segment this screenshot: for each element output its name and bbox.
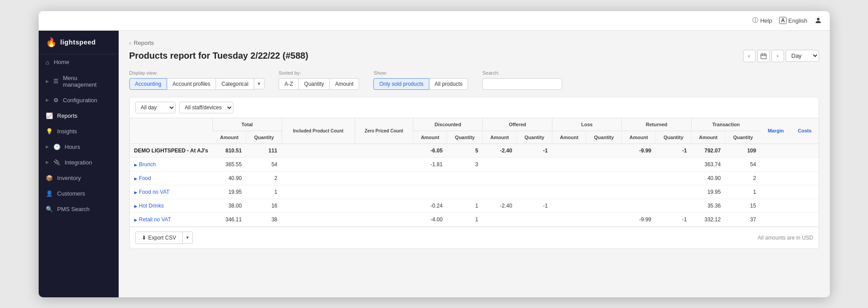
table-toolbar: All day Morning Afternoon Evening All st… (130, 97, 819, 118)
export-csv-button[interactable]: ⬇ Export CSV (135, 232, 183, 244)
help-button[interactable]: ⓘ Help (752, 16, 772, 24)
table-row-name[interactable]: ▶Brunch (130, 157, 213, 171)
plug-icon: 🔌 (53, 159, 60, 166)
row-expand-icon: ▶ (134, 204, 137, 208)
col-trans-qty: Quantity (725, 131, 761, 144)
sidebar-item-configuration[interactable]: ▶ ⚙ Configuration (39, 92, 119, 108)
table-cell: 2 (246, 171, 282, 185)
table-cell: -9.99 (622, 144, 656, 157)
table-cell: -2.40 (483, 144, 516, 157)
lightbulb-icon: 💡 (46, 128, 53, 135)
col-costs[interactable]: Costs (791, 118, 819, 144)
expand-icon: ▶ (46, 160, 49, 164)
col-total-amount: Amount (212, 131, 246, 144)
table-cell (355, 157, 413, 171)
app-window: ⓘ Help A English 🔥 lightspeed ⌂ Home ▶ ☰ (39, 11, 830, 297)
table-row-name[interactable]: ▶Hot Drinks (130, 199, 213, 212)
table-cell (483, 212, 516, 226)
sidebar-item-menu-management[interactable]: ▶ ☰ Menu management (39, 70, 119, 92)
table-cell: 37 (725, 212, 761, 226)
export-dropdown-button[interactable]: ▾ (183, 232, 193, 244)
svg-rect-3 (764, 53, 765, 55)
language-label: English (788, 17, 808, 24)
sidebar-item-label: Hours (65, 144, 80, 150)
col-loss-group: Loss (552, 118, 621, 131)
table-cell: -1 (516, 199, 552, 212)
col-trans-amount: Amount (691, 131, 725, 144)
table-cell (552, 212, 586, 226)
table-cell: 111 (246, 144, 282, 157)
table-row-name[interactable]: ▶Food (130, 171, 213, 185)
sidebar-item-reports[interactable]: 📈 Reports (39, 108, 119, 124)
breadcrumb-link[interactable]: Reports (134, 40, 154, 46)
sort-amount-button[interactable]: Amount (329, 78, 359, 90)
table-cell (586, 144, 622, 157)
table-footer: ⬇ Export CSV ▾ All amounts are in USD (130, 227, 819, 248)
menu-icon: ☰ (53, 78, 59, 84)
table-cell (413, 171, 447, 185)
export-label: Export CSV (148, 235, 176, 241)
user-avatar[interactable] (815, 17, 822, 24)
table-cell (483, 157, 516, 171)
display-view-group: Display view: Accounting Account profile… (129, 70, 264, 90)
col-margin[interactable]: Margin (760, 118, 791, 144)
sidebar-item-home[interactable]: ⌂ Home (39, 54, 119, 70)
nav-controls: ‹ › Day Week Month Year (743, 50, 819, 62)
export-btn-group: ⬇ Export CSV ▾ (135, 232, 193, 244)
table-cell (622, 157, 656, 171)
period-select[interactable]: Day Week Month Year (786, 50, 819, 62)
col-returned-group: Returned (622, 118, 691, 131)
next-period-button[interactable]: › (772, 50, 784, 62)
table-cell: 346.11 (212, 212, 246, 226)
table-cell (760, 171, 791, 185)
display-accounting-button[interactable]: Accounting (129, 78, 167, 90)
help-icon: ⓘ (752, 16, 758, 24)
table-cell (760, 212, 791, 226)
display-more-dropdown[interactable]: ▾ (254, 78, 264, 89)
table-cell: 332.12 (691, 212, 725, 226)
sidebar-item-inventory[interactable]: 📦 Inventory (39, 170, 119, 186)
display-categorical-button[interactable]: Categorical (216, 78, 254, 90)
table-cell: 109 (725, 144, 761, 157)
staff-filter-select[interactable]: All staff/devices (179, 102, 233, 113)
sort-quantity-button[interactable]: Quantity (298, 78, 330, 90)
table-cell: -1 (656, 212, 691, 226)
prev-period-button[interactable]: ‹ (743, 50, 756, 62)
language-selector[interactable]: A English (779, 17, 807, 24)
box-icon: 📦 (46, 175, 53, 181)
table-cell (282, 185, 355, 199)
table-cell: -2.40 (483, 199, 516, 212)
display-account-profiles-button[interactable]: Account profiles (167, 78, 216, 90)
sidebar-item-integration[interactable]: ▶ 🔌 Integration (39, 155, 119, 170)
table-cell: 363.74 (691, 157, 725, 171)
show-all-products-button[interactable]: All products (429, 78, 468, 90)
table-cell (622, 199, 656, 212)
show-sold-products-button[interactable]: Only sold products (373, 78, 429, 90)
table-cell (282, 144, 355, 157)
time-filter-select[interactable]: All day Morning Afternoon Evening (135, 102, 176, 113)
table-cell: 810.51 (212, 144, 246, 157)
table-cell (447, 185, 483, 199)
table-cell (760, 185, 791, 199)
sidebar-item-customers[interactable]: 👤 Customers (39, 186, 119, 201)
breadcrumb: ‹ Reports (129, 40, 819, 46)
table-cell: 365.55 (212, 157, 246, 171)
calendar-button[interactable] (757, 50, 770, 62)
language-icon: A (779, 17, 787, 24)
table-row-name[interactable]: ▶Retail no VAT (130, 212, 213, 226)
sidebar-item-pms-search[interactable]: 🔍 PMS Search (39, 201, 119, 217)
table-cell (355, 171, 413, 185)
table-cell (355, 185, 413, 199)
sidebar-item-hours[interactable]: ▶ 🕐 Hours (39, 139, 119, 155)
row-expand-icon: ▶ (134, 176, 137, 181)
row-expand-icon: ▶ (134, 163, 137, 167)
table-cell: 19.95 (691, 185, 725, 199)
table-cell (483, 171, 516, 185)
table-cell (552, 199, 586, 212)
sort-az-button[interactable]: A-Z (279, 78, 299, 90)
sidebar-logo: 🔥 lightspeed (39, 31, 119, 54)
search-input[interactable] (482, 78, 562, 90)
table-cell (552, 144, 586, 157)
table-row-name[interactable]: ▶Food no VAT (130, 185, 213, 199)
sidebar-item-insights[interactable]: 💡 Insights (39, 124, 119, 139)
